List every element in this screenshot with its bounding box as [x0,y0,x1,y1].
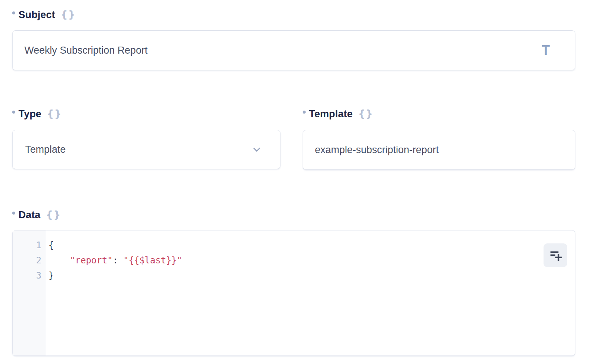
type-select-value: Template [25,144,66,155]
curly-braces-icon[interactable]: {} [47,108,62,119]
code-line[interactable]: } [48,268,575,283]
code-lines[interactable]: { "report": "{{$last}}"} [46,230,575,355]
curly-braces-icon[interactable]: {} [46,209,61,220]
code-token-string: "report" [70,255,113,266]
required-dot [12,212,15,215]
code-token-string: "{{$last}}" [123,255,182,266]
required-dot [303,111,306,114]
template-label-row: Template {} [303,107,575,121]
code-token-plain: } [48,270,54,281]
data-field-group: Data {} 123 { "report": "{{$last}}"} [12,208,575,356]
curly-braces-icon[interactable]: {} [358,108,373,119]
data-label-row: Data {} [12,208,575,222]
template-field-group: Template {} [303,107,575,170]
chevron-down-icon [251,144,262,155]
template-input-box [303,130,575,170]
required-dot [12,111,15,114]
subject-input-box: T [12,30,575,70]
line-number: 1 [13,238,41,253]
code-token-plain: : [112,255,123,266]
data-code-editor[interactable]: 123 { "report": "{{$last}}"} [12,230,575,356]
subject-label: Subject [18,9,55,21]
type-field-group: Type {} Template [12,107,280,170]
subject-input[interactable] [13,31,575,70]
text-mode-icon[interactable]: T [542,44,550,57]
add-to-list-icon [548,248,563,263]
data-label: Data [18,209,40,221]
code-line[interactable]: "report": "{{$last}}" [48,253,575,268]
node-parameters-panel: Subject {} T Type {} Template [0,0,592,364]
subject-label-row: Subject {} [12,8,575,21]
type-template-row: Type {} Template Template {} [12,107,575,170]
template-input[interactable] [303,130,575,169]
code-gutter: 123 [13,230,46,355]
template-label: Template [309,108,353,120]
subject-field-group: Subject {} T [12,8,575,70]
type-label: Type [18,108,41,120]
code-token-plain [48,255,70,266]
curly-braces-icon[interactable]: {} [61,9,76,20]
code-token-plain: { [48,240,54,250]
code-line[interactable]: { [48,238,575,253]
type-label-row: Type {} [12,107,280,121]
line-number: 2 [13,253,41,268]
line-number: 3 [13,268,41,283]
add-to-list-button[interactable] [544,243,567,267]
type-select[interactable]: Template [12,130,280,169]
required-dot [12,11,15,14]
